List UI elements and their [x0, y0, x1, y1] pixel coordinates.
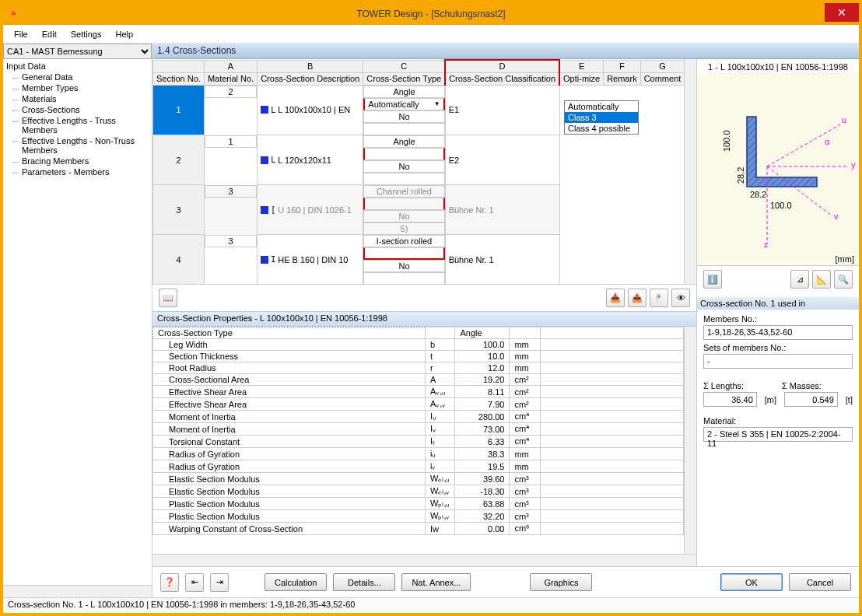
tree-item[interactable]: Effective Lengths - Truss Members — [6, 115, 149, 135]
details-button[interactable]: Details... — [333, 573, 395, 591]
section-preview: 1 - L 100x100x10 | EN 10056-1:1998 u y v… — [697, 59, 859, 266]
prop-row: Moment of InertiaIᵤ280.00cm⁴ — [153, 411, 684, 423]
properties-table: Cross-Section TypeAngle Leg Widthb100.0m… — [152, 327, 684, 535]
next-icon[interactable]: ⇥ — [210, 573, 229, 592]
dims-icon[interactable]: 📐 — [812, 270, 831, 289]
bottom-bar: ❓ ⇤ ⇥ Calculation Details... Nat. Annex.… — [152, 566, 859, 597]
sidebar: CA1 - MAST Bemessung Input Data General … — [3, 44, 152, 597]
menu-help[interactable]: Help — [109, 28, 139, 40]
svg-text:28.2: 28.2 — [736, 167, 745, 184]
calculation-button[interactable]: Calculation — [265, 573, 327, 591]
info-icon[interactable]: ℹ️ — [703, 270, 722, 289]
prop-row: Effective Shear AreaAᵥ,ᵥ7.90cm² — [153, 398, 684, 411]
dd-opt-auto[interactable]: Automatically — [565, 101, 638, 112]
prop-row: Radius of Gyrationiᵤ38.3mm — [153, 448, 684, 460]
svg-text:v: v — [834, 212, 839, 221]
app-window: 🔺 TOWER Design - [Schulungsmast2] ✕ File… — [0, 0, 862, 616]
svg-text:100.0: 100.0 — [770, 201, 792, 210]
graphics-button[interactable]: Graphics — [530, 573, 592, 591]
tree-item[interactable]: Materials — [6, 93, 149, 104]
prop-row: Plastic Section ModulusWₚₗ,ᵤ63.88cm³ — [153, 498, 684, 510]
app-icon: 🔺 — [8, 8, 20, 20]
grid-vscroll[interactable] — [684, 59, 696, 284]
material-field[interactable]: 2 - Steel S 355 | EN 10025-2:2004-11 — [703, 427, 853, 442]
tree-item[interactable]: Parameters - Members — [6, 166, 149, 177]
tree-item[interactable]: Bracing Members — [6, 156, 149, 166]
menu-edit[interactable]: Edit — [36, 28, 63, 40]
table-row[interactable]: 43I HE B 160 | DIN 10I-section rolledNoB… — [153, 235, 685, 285]
case-combo[interactable]: CA1 - MAST Bemessung — [3, 44, 152, 59]
prop-row: Section Thicknesst10.0mm — [153, 351, 684, 362]
section-svg: u y v z α 100.0 28.2 28.2 100.0 — [700, 62, 856, 249]
prop-row: Radius of Gyrationiᵥ19.5mm — [153, 460, 684, 473]
library-icon[interactable]: 📖 — [159, 289, 177, 307]
props-header: Cross-Section Properties - L 100x100x10 … — [152, 311, 696, 327]
hdr-material: Material No. — [204, 72, 257, 85]
prev-icon[interactable]: ⇤ — [185, 573, 204, 592]
menubar: File Edit Settings Help — [3, 25, 859, 44]
tree-item[interactable]: Effective Lengths - Non-Truss Members — [6, 135, 149, 156]
prop-row: Elastic Section ModulusWₑₗ,ᵥ-18.30cm³ — [153, 485, 684, 498]
tree-item[interactable]: General Data — [6, 72, 149, 82]
tree-item[interactable]: Member Types — [6, 82, 149, 93]
prop-row: Elastic Section ModulusWₑₗ,ᵤ39.60cm³ — [153, 473, 684, 485]
nav-tree: Input Data General DataMember TypesMater… — [3, 59, 152, 585]
hdr-class: Cross-Section Classification — [445, 72, 559, 85]
window-title: TOWER Design - [Schulungsmast2] — [356, 9, 505, 19]
hdr-remark: Remark — [604, 72, 641, 85]
export-icon[interactable]: 📤 — [628, 289, 646, 307]
table-row[interactable]: 21L L 120x120x11AngleNoE2 — [153, 135, 685, 185]
statusbar: Cross-section No. 1 - L 100x100x10 | EN … — [3, 597, 859, 613]
menu-file[interactable]: File — [8, 28, 34, 40]
sets-field[interactable]: - — [703, 354, 853, 369]
prop-row: Warping Constant of Cross-SectionIw0.00c… — [153, 523, 684, 535]
close-button[interactable]: ✕ — [825, 3, 859, 22]
tree-root[interactable]: Input Data — [6, 61, 149, 72]
svg-text:100.0: 100.0 — [722, 130, 731, 152]
axes-icon[interactable]: ⊿ — [790, 270, 809, 289]
info-panel: Cross-section No. 1 used in Members No.:… — [697, 292, 859, 566]
nat-annex-button[interactable]: Nat. Annex... — [401, 573, 471, 591]
prop-row: Torsional ConstantIₜ6.33cm⁴ — [153, 436, 684, 448]
props-vscroll[interactable] — [684, 327, 696, 554]
center-hscroll[interactable] — [152, 554, 696, 566]
svg-text:u: u — [842, 115, 846, 124]
cancel-button[interactable]: Cancel — [789, 573, 851, 591]
prop-row: Leg Widthb100.0mm — [153, 339, 684, 351]
menu-settings[interactable]: Settings — [65, 28, 108, 40]
members-field[interactable]: 1-9,18-26,35-43,52-60 — [703, 325, 853, 340]
svg-text:α: α — [825, 137, 830, 146]
classification-dropdown[interactable]: Automatically Class 3 Class 4 possible — [564, 100, 639, 135]
hdr-comment: Comment — [640, 72, 684, 85]
help-icon[interactable]: ❓ — [160, 573, 179, 592]
prop-row: Cross-Sectional AreaA19.20cm² — [153, 374, 684, 386]
masses-field[interactable] — [784, 392, 838, 407]
hdr-type: Cross-Section Type — [363, 72, 445, 85]
tree-item[interactable]: Cross-Sections — [6, 104, 149, 115]
hdr-desc: Cross-Section Description — [258, 72, 363, 85]
stress-icon[interactable]: 🔍 — [834, 270, 853, 289]
dd-opt-class3[interactable]: Class 3 — [565, 112, 638, 123]
svg-text:28.2: 28.2 — [750, 190, 766, 199]
pick-icon[interactable]: 🖱️ — [650, 289, 668, 307]
hdr-opti: Opti-mize — [559, 72, 604, 85]
prop-row: Root Radiusr12.0mm — [153, 362, 684, 374]
prop-row: Plastic Section ModulusWₚₗ,ᵥ32.20cm³ — [153, 510, 684, 523]
svg-text:y: y — [851, 160, 856, 170]
view-icon[interactable]: 👁 — [671, 289, 690, 307]
hdr-section: Section No. — [153, 72, 205, 85]
sidebar-hscroll[interactable] — [3, 585, 152, 597]
lengths-field[interactable] — [703, 392, 757, 407]
prop-row: Effective Shear AreaAᵥ,ᵤ8.11cm² — [153, 386, 684, 398]
cross-sections-table[interactable]: A B C D E F G Section — [152, 59, 684, 284]
ok-button[interactable]: OK — [720, 573, 783, 591]
dd-opt-class4[interactable]: Class 4 possible — [565, 123, 638, 134]
titlebar: 🔺 TOWER Design - [Schulungsmast2] ✕ — [3, 3, 859, 25]
import-icon[interactable]: 📥 — [606, 289, 625, 307]
prop-row: Moment of InertiaIᵥ73.00cm⁴ — [153, 423, 684, 436]
svg-text:z: z — [764, 240, 769, 249]
table-row[interactable]: 33[ U 160 | DIN 1026-1Channel rolledNo5)… — [153, 185, 685, 235]
section-title: 1.4 Cross-Sections — [152, 44, 859, 59]
